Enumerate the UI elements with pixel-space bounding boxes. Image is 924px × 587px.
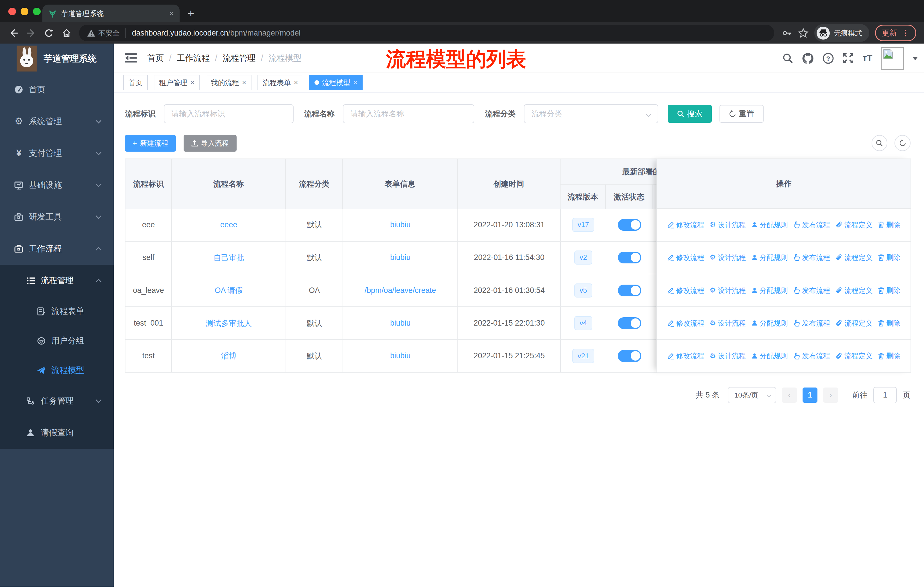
sidebar-item-devtools[interactable]: 研发工具 [0, 201, 114, 233]
assign-rule-link[interactable]: 分配规则 [751, 286, 788, 295]
process-name-link[interactable]: 滔博 [221, 351, 236, 361]
delete-link[interactable]: 删除 [878, 286, 900, 295]
breadcrumb-workflow[interactable]: 工作流程 [177, 53, 210, 64]
create-process-button[interactable]: + 新建流程 [125, 135, 176, 152]
star-icon[interactable] [798, 28, 808, 38]
form-info-link[interactable]: biubiu [390, 220, 411, 229]
search-icon[interactable] [782, 53, 793, 64]
process-definition-link[interactable]: 流程定义 [835, 351, 873, 360]
active-toggle[interactable] [618, 251, 641, 263]
process-name-link[interactable]: 自己审批 [213, 253, 244, 263]
form-info-link[interactable]: biubiu [390, 351, 411, 360]
breadcrumb-process-mgmt[interactable]: 流程管理 [223, 53, 256, 64]
chrome-update-button[interactable]: 更新 ⋮ [875, 25, 916, 41]
address-bar[interactable]: 不安全 dashboard.yudao.iocoder.cn/bpm/manag… [79, 25, 774, 41]
design-process-link[interactable]: ⚙ 设计流程 [710, 253, 746, 262]
process-definition-link[interactable]: 流程定义 [835, 253, 873, 262]
avatar[interactable] [881, 47, 903, 69]
close-icon[interactable]: × [294, 79, 298, 86]
sidebar-item-leave-query[interactable]: 请假查询 [0, 417, 114, 448]
sidebar-item-process-model[interactable]: 流程模型 [0, 356, 114, 385]
edit-process-link[interactable]: 修改流程 [667, 220, 704, 230]
form-info-link[interactable]: /bpm/oa/leave/create [365, 286, 436, 295]
close-window-button[interactable] [8, 8, 16, 15]
edit-process-link[interactable]: 修改流程 [667, 253, 704, 262]
minimize-window-button[interactable] [21, 8, 28, 15]
tag-my-process[interactable]: 我的流程× [206, 75, 251, 90]
close-icon[interactable]: × [190, 79, 194, 86]
tag-tenant[interactable]: 租户管理× [154, 75, 200, 90]
key-icon[interactable] [781, 28, 792, 38]
active-toggle[interactable] [618, 317, 641, 329]
publish-process-link[interactable]: 发布流程 [793, 220, 830, 230]
zoom-window-button[interactable] [33, 8, 41, 15]
assign-rule-link[interactable]: 分配规则 [751, 253, 788, 262]
filter-name-input[interactable] [343, 104, 474, 123]
delete-link[interactable]: 删除 [878, 351, 900, 360]
question-icon[interactable]: ? [823, 53, 834, 64]
github-icon[interactable] [802, 53, 814, 64]
sidebar-item-payment[interactable]: ¥ 支付管理 [0, 137, 114, 169]
active-toggle[interactable] [618, 219, 641, 231]
publish-process-link[interactable]: 发布流程 [793, 318, 830, 328]
process-definition-link[interactable]: 流程定义 [835, 318, 873, 328]
fullscreen-icon[interactable] [843, 53, 854, 64]
breadcrumb-home[interactable]: 首页 [147, 53, 164, 64]
delete-link[interactable]: 删除 [878, 220, 900, 230]
caret-down-icon[interactable] [912, 57, 918, 60]
reload-icon[interactable] [40, 28, 58, 38]
process-definition-link[interactable]: 流程定义 [835, 286, 873, 295]
more-vert-icon[interactable]: ⋮ [902, 28, 910, 38]
sidebar-item-process-form[interactable]: 流程表单 [0, 297, 114, 326]
sidebar-item-process-mgmt[interactable]: 流程管理 [0, 265, 114, 297]
active-toggle[interactable] [618, 350, 641, 362]
design-process-link[interactable]: ⚙ 设计流程 [710, 220, 746, 230]
fold-sidebar-icon[interactable] [125, 53, 137, 63]
close-icon[interactable]: × [242, 79, 246, 86]
goto-page-input[interactable] [873, 387, 897, 403]
design-process-link[interactable]: ⚙ 设计流程 [710, 286, 746, 295]
forward-arrow-icon[interactable] [22, 28, 40, 38]
page-size-select[interactable]: 10条/页 [728, 387, 776, 403]
publish-process-link[interactable]: 发布流程 [793, 253, 830, 262]
sidebar-item-infrastructure[interactable]: 基础设施 [0, 169, 114, 201]
design-process-link[interactable]: ⚙ 设计流程 [710, 318, 746, 328]
delete-link[interactable]: 删除 [878, 318, 900, 328]
back-arrow-icon[interactable] [5, 28, 22, 38]
tag-home[interactable]: 首页 [123, 75, 148, 90]
edit-process-link[interactable]: 修改流程 [667, 351, 704, 360]
home-icon[interactable] [58, 28, 76, 38]
filter-category-select[interactable]: 流程分类 [524, 104, 658, 123]
filter-id-input[interactable] [164, 104, 294, 123]
font-size-icon[interactable]: ᴛT [863, 54, 873, 63]
sidebar-item-workflow[interactable]: 工作流程 [0, 233, 114, 265]
tag-process-model[interactable]: 流程模型× [309, 75, 363, 90]
publish-process-link[interactable]: 发布流程 [793, 286, 830, 295]
process-definition-link[interactable]: 流程定义 [835, 220, 873, 230]
close-icon[interactable]: × [353, 79, 358, 86]
form-info-link[interactable]: biubiu [390, 319, 411, 327]
edit-process-link[interactable]: 修改流程 [667, 318, 704, 328]
import-process-button[interactable]: 导入流程 [183, 135, 237, 152]
sidebar-item-task-mgmt[interactable]: 任务管理 [0, 385, 114, 417]
process-name-link[interactable]: eeee [220, 220, 237, 229]
tab-close-icon[interactable]: × [169, 10, 174, 18]
page-1-button[interactable]: 1 [803, 387, 817, 403]
hide-search-button[interactable] [871, 135, 888, 151]
design-process-link[interactable]: ⚙ 设计流程 [710, 351, 746, 360]
browser-tab[interactable]: 芋道管理系统 × [42, 5, 180, 22]
sidebar-item-user-group[interactable]: 用户分组 [0, 326, 114, 356]
publish-process-link[interactable]: 发布流程 [793, 351, 830, 360]
process-name-link[interactable]: OA 请假 [215, 285, 243, 296]
sidebar-item-home[interactable]: 首页 [0, 74, 114, 106]
edit-process-link[interactable]: 修改流程 [667, 286, 704, 295]
active-toggle[interactable] [618, 284, 641, 296]
sidebar-item-system[interactable]: ⚙ 系统管理 [0, 106, 114, 137]
new-tab-button[interactable]: + [187, 6, 194, 21]
next-page-button[interactable]: › [823, 387, 838, 403]
delete-link[interactable]: 删除 [878, 253, 900, 262]
not-secure-badge[interactable]: 不安全 [87, 28, 119, 38]
assign-rule-link[interactable]: 分配规则 [751, 318, 788, 328]
prev-page-button[interactable]: ‹ [782, 387, 797, 403]
refresh-button[interactable] [894, 135, 911, 151]
